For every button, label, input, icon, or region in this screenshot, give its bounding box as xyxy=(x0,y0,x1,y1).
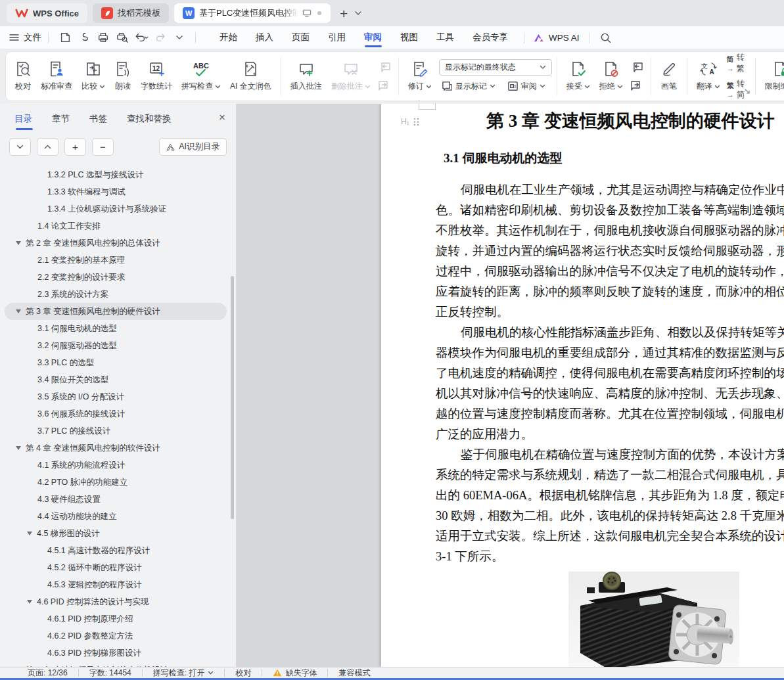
sidebar-close-button[interactable]: × xyxy=(219,112,225,123)
toc-item[interactable]: 1.3.2 PLC 选型与接线设计 xyxy=(0,166,236,183)
caret-down-icon[interactable] xyxy=(16,309,21,313)
caret-down-icon[interactable] xyxy=(16,446,21,450)
toc-item[interactable]: 4.1 系统的功能流程设计 xyxy=(0,457,236,474)
spell-check-button[interactable]: ABC 拼写检查 xyxy=(177,58,225,95)
menu-review[interactable]: 审阅 xyxy=(355,26,391,49)
heading-level-marker[interactable]: H₁ xyxy=(401,117,419,126)
menu-insert[interactable]: 插入 xyxy=(246,26,283,49)
toc-item[interactable]: 2.1 变桨控制的基本原理 xyxy=(0,252,236,269)
toc-item[interactable]: 4.3 硬件组态设置 xyxy=(0,491,236,508)
sidebar-tab-bookmark[interactable]: 书签 xyxy=(89,113,107,130)
proofread-button[interactable]: 校对 xyxy=(10,58,36,95)
review-pane-button[interactable]: 审阅 xyxy=(505,79,548,94)
compare-button[interactable]: 比较 xyxy=(77,58,110,95)
caret-down-icon[interactable] xyxy=(16,241,21,245)
toc-item[interactable]: 1.4 论文工作安排 xyxy=(0,217,236,235)
sidebar-tab-catalog[interactable]: 目录 xyxy=(14,113,32,130)
toc-item[interactable]: 4.5.3 逻辑控制的程序设计 xyxy=(0,576,236,593)
toc-item[interactable]: 第 5 章 变速恒频风电控制的上位机设计 xyxy=(0,662,236,667)
compat-mode-indicator[interactable]: 兼容模式 xyxy=(338,668,370,679)
toc-collapse-up-button[interactable] xyxy=(37,138,58,156)
track-changes-button[interactable]: 修订 xyxy=(404,58,436,95)
toc-item[interactable]: 4.4 运动功能块的建立 xyxy=(0,508,236,525)
caret-down-icon[interactable] xyxy=(27,600,32,604)
document-body[interactable]: 伺服电机在工业生产领域，尤其是运动调控与精确定位作业中，扮演着 色。诸如精密印刷… xyxy=(436,180,784,567)
previous-revision-button[interactable] xyxy=(629,60,645,74)
toc-item[interactable]: 第 4 章 变速恒频风电控制的软件设计 xyxy=(0,440,236,457)
toc-item[interactable]: 3.3 PLC 的选型 xyxy=(0,354,236,371)
standard-review-button[interactable]: 标准审查 xyxy=(36,58,77,95)
next-comment-button[interactable] xyxy=(377,78,392,93)
tab-list-chevron-icon[interactable] xyxy=(354,11,362,16)
menu-page[interactable]: 页面 xyxy=(283,26,319,49)
toc-item[interactable]: 3.5 系统的 I/O 分配设计 xyxy=(0,388,236,405)
read-aloud-button[interactable]: 朗读 xyxy=(110,58,136,95)
toc-item[interactable]: 4.5.2 循环中断的程序设计 xyxy=(0,559,236,576)
sidebar-scrollbar[interactable] xyxy=(231,276,234,519)
toc-item[interactable]: 1.3.3 软件编程与调试 xyxy=(0,183,236,200)
restrict-edit-button[interactable]: 限制编辑 xyxy=(760,58,784,95)
show-markup-button[interactable]: 显示标记 xyxy=(439,79,498,94)
reject-revision-button[interactable]: 拒绝 xyxy=(595,58,628,95)
toc-item[interactable]: 2.2 变桨控制的设计要求 xyxy=(0,269,236,286)
print-button[interactable] xyxy=(94,30,112,45)
toc-item[interactable]: 4.6.1 PID 控制原理介绍 xyxy=(0,610,236,627)
toc-item[interactable]: 第 3 章 变速恒频风电控制的硬件设计 xyxy=(5,303,227,320)
page-indicator[interactable]: 页面: 12/36 xyxy=(28,668,68,679)
caret-down-icon[interactable] xyxy=(27,532,32,535)
search-button[interactable] xyxy=(597,30,614,45)
tab-docer-templates[interactable]: 找稻壳模板 xyxy=(93,3,169,23)
word-count-indicator[interactable]: 字数: 14454 xyxy=(89,668,131,679)
translate-button[interactable]: 文A 翻译 xyxy=(692,58,725,95)
toc-expand-down-button[interactable] xyxy=(9,138,31,156)
wps-ai-button[interactable]: WPS AI xyxy=(531,33,582,43)
toc-item[interactable]: 4.2 PTO 脉冲的功能建立 xyxy=(0,474,236,491)
print-preview-button[interactable] xyxy=(113,30,131,45)
toc-item[interactable]: 4.5 梯形图的设计 xyxy=(0,525,236,542)
menu-member[interactable]: 会员专享 xyxy=(463,26,517,49)
export-button[interactable] xyxy=(75,30,93,45)
menu-view[interactable]: 视图 xyxy=(391,26,427,49)
toc-item[interactable]: 4.6 PID 控制算法的设计与实现 xyxy=(0,593,236,610)
word-count-button[interactable]: 12 字数统计 xyxy=(136,58,177,95)
toc-item[interactable]: 3.6 伺服系统的接线设计 xyxy=(0,405,236,422)
next-revision-button[interactable] xyxy=(629,78,645,93)
toc-item[interactable]: 4.6.3 PID 控制梯形图设计 xyxy=(0,645,236,662)
tab-wps-office-home[interactable]: WPS Office xyxy=(7,3,87,23)
redo-button[interactable] xyxy=(151,30,169,45)
tab-active-document[interactable]: W 基于PLC变速恒频风电控制系 xyxy=(174,3,331,23)
monitor-icon[interactable] xyxy=(302,9,311,17)
save-button[interactable] xyxy=(56,30,74,45)
toc-item[interactable]: 1.3.4 上位机驱动设计与系统验证 xyxy=(0,200,236,217)
proofread-status[interactable]: 校对 xyxy=(235,668,251,679)
pen-button[interactable]: 画笔 xyxy=(656,58,682,95)
sidebar-tab-find-replace[interactable]: 查找和替换 xyxy=(127,113,172,130)
servo-motor-figure[interactable] xyxy=(568,572,739,667)
previous-comment-button[interactable] xyxy=(377,60,392,74)
new-tab-button[interactable]: + xyxy=(340,7,348,20)
delete-comment-button[interactable]: 删除批注 xyxy=(327,58,375,95)
undo-button[interactable] xyxy=(132,30,150,45)
menu-tools[interactable]: 工具 xyxy=(427,26,463,49)
toc-item[interactable]: 第 2 章 变速恒频风电控制的总体设计 xyxy=(0,235,236,252)
toc-zoom-out-button[interactable]: − xyxy=(92,138,114,156)
quick-access-chevron[interactable] xyxy=(170,30,188,45)
document-page[interactable]: H₁ 第 3 章 变速恒频风电控制的硬件设计 3.1 伺服电动机的选型 伺服电机… xyxy=(381,104,784,667)
missing-font-warning[interactable]: 缺失字体 xyxy=(273,668,317,679)
toc-item[interactable]: 4.5.1 高速计数器的程序设计 xyxy=(0,542,236,559)
toc-item[interactable]: 3.7 PLC 的接线设计 xyxy=(0,422,236,440)
to-traditional-button[interactable]: 简→ 转繁 xyxy=(725,51,747,75)
toc-zoom-in-button[interactable]: + xyxy=(64,138,86,156)
menu-start[interactable]: 开始 xyxy=(210,26,246,49)
file-menu[interactable]: 文件 xyxy=(9,32,41,43)
spell-check-status[interactable]: 拼写检查: 打开 xyxy=(153,668,214,679)
markup-state-select[interactable]: 显示标记的最终状态 xyxy=(439,59,552,76)
sidebar-tab-section[interactable]: 章节 xyxy=(52,113,70,130)
accept-revision-button[interactable]: 接受 xyxy=(562,58,595,95)
drag-handle-icon[interactable] xyxy=(413,118,419,126)
toc-item[interactable]: 3.4 限位开关的选型 xyxy=(0,371,236,388)
insert-comment-button[interactable]: 插入批注 xyxy=(286,58,327,95)
menu-reference[interactable]: 引用 xyxy=(319,26,355,49)
ai-recognize-toc-button[interactable]: AI识别目录 xyxy=(159,138,227,156)
toc-item[interactable]: 4.6.2 PID 参数整定方法 xyxy=(0,627,236,645)
